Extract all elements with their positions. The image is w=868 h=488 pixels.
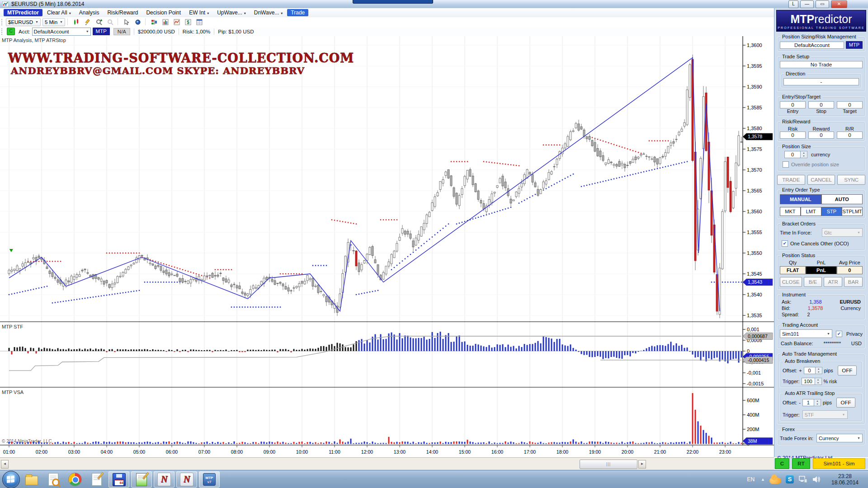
order-entry-icon[interactable] bbox=[149, 18, 159, 26]
hidden-window-peek-tab[interactable] bbox=[353, 0, 433, 4]
chart-area[interactable]: WWW.TRADING-SOFTWARE-COLLECTION.COMANDRE… bbox=[0, 36, 774, 457]
trade-forex-dropdown[interactable]: Currency▼ bbox=[816, 434, 863, 442]
target-field[interactable]: 0 bbox=[837, 101, 863, 108]
override-checkbox[interactable] bbox=[783, 161, 789, 168]
be-trigger-stepper[interactable]: 100▲▼ bbox=[802, 378, 822, 385]
breakeven-button[interactable]: B/E bbox=[804, 277, 822, 287]
menu-dnwave[interactable]: DnWave...▾ bbox=[250, 9, 287, 16]
taskbar-ninjatrader-1[interactable]: N bbox=[154, 471, 175, 488]
taskbar-editor-app[interactable] bbox=[131, 471, 152, 488]
zoom-in-icon[interactable] bbox=[94, 18, 104, 26]
auto-toggle[interactable]: AUTO bbox=[821, 194, 863, 204]
cursor-icon[interactable] bbox=[122, 18, 132, 26]
taskbar-backup-app[interactable]: 64 bbox=[108, 471, 129, 488]
taskbar-mtpredictor[interactable]: MTPv7 bbox=[199, 471, 220, 488]
restore-button[interactable]: ▭ bbox=[816, 0, 829, 8]
toolbar-grip[interactable] bbox=[1, 28, 4, 35]
layout-button[interactable]: L bbox=[788, 0, 798, 8]
manual-toggle[interactable]: MANUAL bbox=[780, 194, 821, 204]
start-button[interactable] bbox=[2, 471, 20, 488]
rr-field: 0 bbox=[837, 131, 863, 139]
realtime-indicator: RT bbox=[792, 458, 810, 469]
indicator-panel-icon[interactable] bbox=[172, 18, 182, 26]
scroll-left-icon[interactable]: ◄ bbox=[1, 460, 9, 469]
price-chart[interactable]: WWW.TRADING-SOFTWARE-COLLECTION.COMANDRE… bbox=[0, 36, 774, 457]
atr-trigger-dropdown[interactable]: STF▼ bbox=[802, 410, 848, 419]
taskbar-explorer[interactable] bbox=[22, 472, 42, 487]
sizing-account-field[interactable]: DefaultAccount bbox=[780, 42, 844, 49]
menu-decision-point[interactable]: Decision Point bbox=[142, 9, 184, 16]
cancel-button[interactable]: CANCEL bbox=[807, 175, 835, 185]
tray-expand-icon[interactable]: ▲ bbox=[761, 477, 765, 482]
chevron-down-icon: ▼ bbox=[827, 332, 830, 335]
order-type-mkt[interactable]: MKT bbox=[780, 207, 801, 216]
weather-cloud-icon[interactable] bbox=[769, 475, 781, 484]
mtp-button[interactable]: MTP bbox=[93, 28, 110, 35]
chart-scrollbar[interactable]: ◄ ||| ► bbox=[0, 457, 774, 470]
interval-selector[interactable]: 5 Min▼ bbox=[42, 18, 65, 26]
chevron-down-icon: ▼ bbox=[60, 20, 63, 23]
close-button[interactable]: ✕ bbox=[831, 0, 847, 8]
menu-ew-int[interactable]: EW Int▾ bbox=[185, 9, 212, 16]
taskbar-search[interactable] bbox=[43, 472, 63, 487]
privacy-checkbox[interactable]: ✔ bbox=[836, 331, 842, 337]
position-size-stepper[interactable]: 0 ▲▼ bbox=[784, 151, 807, 158]
minimize-button[interactable]: — bbox=[800, 0, 814, 8]
zoom-out-icon[interactable] bbox=[105, 18, 115, 26]
oco-checkbox[interactable]: ✔ bbox=[782, 240, 788, 247]
taskbar-clock[interactable]: 23:28 18.06.2014 bbox=[826, 473, 864, 486]
risk-percent: Risk: 1,00% bbox=[183, 29, 210, 34]
language-indicator[interactable]: EN bbox=[747, 476, 755, 483]
toolbar-grip[interactable] bbox=[1, 19, 4, 25]
menu-upwave[interactable]: UpWave...▾ bbox=[213, 9, 250, 16]
taskbar-chrome[interactable] bbox=[65, 472, 85, 487]
data-grid-icon[interactable] bbox=[194, 18, 204, 26]
dollar-icon[interactable]: $ bbox=[183, 18, 193, 26]
close-position-button[interactable]: CLOSE bbox=[780, 277, 802, 287]
svg-text:$: $ bbox=[187, 19, 189, 24]
be-off-button[interactable]: OFF bbox=[838, 366, 857, 375]
tif-dropdown[interactable]: Gtc▼ bbox=[822, 228, 863, 237]
taskbar-ninjatrader-2[interactable]: N bbox=[176, 471, 197, 488]
entry-field[interactable]: 0 bbox=[780, 101, 806, 108]
instrument-selector[interactable]: $EURUSD▼ bbox=[6, 18, 41, 26]
svg-text:05:00: 05:00 bbox=[133, 449, 145, 455]
atr-offset-stepper[interactable]: 1▲▼ bbox=[802, 399, 821, 406]
scroll-right-icon[interactable]: ► bbox=[638, 460, 646, 469]
green-notepad-icon bbox=[136, 473, 147, 486]
bar-button[interactable]: BAR bbox=[844, 277, 863, 287]
chart-style-icon[interactable] bbox=[71, 18, 81, 26]
connection-indicator[interactable]: C bbox=[7, 28, 15, 35]
trade-button[interactable]: TRADE bbox=[777, 175, 805, 185]
order-type-stp[interactable]: STP bbox=[821, 207, 842, 216]
stop-field[interactable]: 0 bbox=[808, 101, 834, 108]
network-icon[interactable] bbox=[798, 475, 807, 483]
separator bbox=[134, 28, 134, 35]
atr-button[interactable]: ATR bbox=[824, 277, 842, 287]
notepad-icon bbox=[92, 473, 102, 486]
menu-mtpredictor[interactable]: MTPredictor bbox=[4, 9, 42, 16]
spin-up-icon: ▲ bbox=[801, 151, 807, 155]
skype-icon[interactable]: S bbox=[786, 475, 794, 483]
account-selector[interactable]: DefaultAccount▼ bbox=[32, 28, 91, 36]
mtp-sizing-button[interactable]: MTP bbox=[846, 41, 863, 49]
order-type-lmt[interactable]: LMT bbox=[801, 207, 821, 216]
draw-tools-icon[interactable] bbox=[83, 18, 93, 26]
be-offset-stepper[interactable]: 0▲▼ bbox=[804, 367, 822, 374]
menu-clear-all[interactable]: Clear All▾ bbox=[43, 9, 75, 16]
svg-text:12:00: 12:00 bbox=[361, 449, 373, 455]
volume-icon[interactable] bbox=[812, 475, 821, 483]
window-titlebar[interactable]: $EURUSD (5 Min) 18.06.2014 bbox=[0, 0, 868, 9]
sync-button[interactable]: SYNC bbox=[837, 175, 865, 185]
menu-risk-reward[interactable]: Risk/Reward bbox=[104, 9, 142, 16]
order-type-stplmt[interactable]: STPLMT bbox=[842, 207, 863, 216]
menu-analysis[interactable]: Analysis bbox=[75, 9, 103, 16]
chart-trader-icon[interactable] bbox=[160, 18, 170, 26]
menu-trade[interactable]: Trade bbox=[287, 9, 308, 16]
scrollbar-thumb[interactable]: ||| bbox=[580, 460, 637, 469]
svg-text:MTP STF: MTP STF bbox=[2, 324, 23, 329]
trading-account-dropdown[interactable]: Sim101▼ bbox=[780, 329, 832, 338]
taskbar-notepad[interactable] bbox=[87, 472, 107, 487]
atr-off-button[interactable]: OFF bbox=[836, 398, 855, 408]
snapshot-icon[interactable] bbox=[133, 18, 143, 26]
